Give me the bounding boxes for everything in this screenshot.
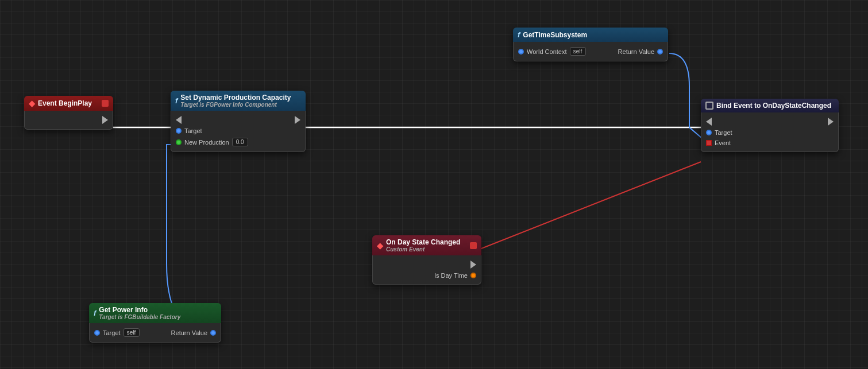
- world-context-pin: [518, 49, 524, 55]
- set-dynamic-body: Target New Production 0.0: [171, 111, 306, 152]
- get-time-subsystem-node: f GetTimeSubsystem World Context self Re…: [513, 28, 668, 61]
- world-context-label: World Context: [527, 48, 567, 55]
- bind-icon: [705, 102, 713, 110]
- exec-in-row: [171, 114, 305, 126]
- get-power-info-title: Get Power Info: [99, 306, 180, 314]
- event-icon: ◆: [29, 99, 35, 108]
- return-value-pin: [657, 49, 663, 55]
- event-pin: [706, 140, 712, 146]
- set-dynamic-subtitle: Target is FGPower Info Component: [180, 102, 291, 108]
- function-icon: f: [518, 30, 520, 39]
- return-value-label: Return Value: [618, 48, 654, 55]
- get-power-info-body: Target self Return Value: [89, 323, 221, 343]
- target-pin: [706, 130, 712, 135]
- close-icon: [470, 242, 477, 249]
- exec-in-pin: [176, 116, 182, 124]
- on-day-state-body: Is Day Time: [372, 255, 481, 285]
- is-day-time-label: Is Day Time: [434, 272, 468, 279]
- event-begin-play-title: Event BeginPlay: [38, 99, 92, 107]
- is-day-time-pin: [470, 273, 476, 278]
- set-dynamic-title: Set Dynamic Production Capacity: [180, 94, 291, 102]
- target-row: Target: [171, 126, 305, 136]
- exec-out-row: [25, 114, 113, 126]
- new-production-label: New Production: [184, 139, 229, 146]
- blueprint-canvas[interactable]: ◆ Event BeginPlay f Set Dynamic Producti…: [0, 0, 868, 369]
- return-value-pin: [210, 330, 216, 336]
- get-power-info-title-group: Get Power Info Target is FGBuildable Fac…: [99, 306, 180, 320]
- bind-event-body: Target Event: [701, 112, 839, 152]
- target-row: Target self Return Value: [90, 327, 221, 339]
- get-power-info-node: f Get Power Info Target is FGBuildable F…: [89, 303, 221, 343]
- event-begin-play-body: [24, 111, 113, 130]
- function-icon: f: [94, 309, 96, 317]
- is-day-time-row: Is Day Time: [373, 270, 481, 281]
- target-label: Target: [715, 129, 732, 136]
- exec-out-pin: [102, 116, 108, 124]
- exec-out-pin: [828, 118, 834, 126]
- set-dynamic-header: f Set Dynamic Production Capacity Target…: [171, 91, 306, 111]
- bind-event-title: Bind Event to OnDayStateChanged: [716, 102, 831, 110]
- target-pin: [94, 330, 100, 336]
- close-icon: [102, 100, 109, 107]
- on-day-state-subtitle: Custom Event: [386, 246, 460, 253]
- exec-out-row: [373, 259, 481, 270]
- exec-out-pin: [470, 261, 476, 269]
- get-power-info-subtitle: Target is FGBuildable Factory: [99, 314, 180, 320]
- get-time-subsystem-body: World Context self Return Value: [513, 42, 668, 61]
- return-value-label: Return Value: [171, 329, 207, 336]
- get-power-info-header: f Get Power Info Target is FGBuildable F…: [89, 303, 221, 323]
- set-dynamic-title-group: Set Dynamic Production Capacity Target i…: [180, 94, 291, 108]
- event-row: Event: [701, 138, 838, 148]
- set-dynamic-node: f Set Dynamic Production Capacity Target…: [171, 91, 306, 152]
- bind-event-node: Bind Event to OnDayStateChanged Target E…: [701, 99, 839, 152]
- event-label: Event: [715, 139, 731, 146]
- on-day-state-changed-node: ◆ On Day State Changed Custom Event Is D…: [372, 235, 481, 285]
- new-production-value: 0.0: [232, 138, 248, 146]
- exec-in-pin: [706, 118, 712, 126]
- target-label: Target: [184, 127, 202, 134]
- on-day-state-title-group: On Day State Changed Custom Event: [386, 238, 460, 253]
- world-context-value: self: [570, 47, 586, 56]
- get-time-subsystem-header: f GetTimeSubsystem: [513, 28, 668, 42]
- world-context-row: World Context self Return Value: [514, 45, 668, 57]
- on-day-state-changed-header: ◆ On Day State Changed Custom Event: [372, 235, 481, 255]
- new-production-pin: [176, 139, 182, 145]
- exec-row: [701, 116, 838, 127]
- custom-event-icon: ◆: [377, 241, 383, 250]
- event-begin-play-header: ◆ Event BeginPlay: [24, 96, 113, 111]
- new-production-row: New Production 0.0: [171, 136, 305, 148]
- target-pin: [176, 128, 182, 134]
- event-begin-play-node: ◆ Event BeginPlay: [24, 96, 113, 130]
- target-label: Target: [103, 329, 121, 336]
- get-time-subsystem-title: GetTimeSubsystem: [523, 31, 587, 39]
- bind-event-header: Bind Event to OnDayStateChanged: [701, 99, 839, 112]
- target-row: Target: [701, 127, 838, 138]
- exec-out-pin: [295, 116, 300, 124]
- target-value: self: [124, 328, 140, 337]
- on-day-state-title: On Day State Changed: [386, 238, 460, 246]
- function-icon: f: [175, 96, 178, 105]
